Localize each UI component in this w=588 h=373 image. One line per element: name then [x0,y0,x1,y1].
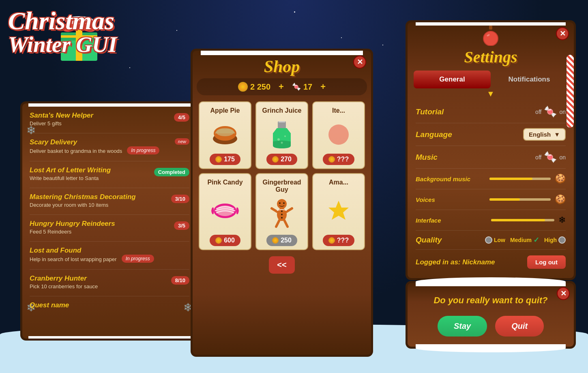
shop-item-pink-candy[interactable]: Pink Candy 600 [199,173,251,250]
shop-item-gingerbread-guy[interactable]: Gingerbread Guy [255,173,308,250]
settings-label-voices: Voices [416,196,485,203]
title-winter: Winter GUI [8,33,117,56]
music-on-label: on [559,154,566,161]
voices-slider-track[interactable] [489,198,551,201]
svg-point-13 [277,138,280,141]
settings-close-button[interactable]: ✕ [556,27,569,40]
shop-item-image [270,119,294,150]
svg-point-14 [284,135,286,137]
quest-item-cranberry-hunter[interactable]: Cranberry Hunter Pick 10 cranberries for… [30,274,189,289]
settings-tabs: General Notifications [408,66,574,92]
shop-coins-value: 2 250 [250,82,270,92]
stay-button[interactable]: Stay [438,316,487,337]
svg-point-15 [281,142,283,144]
settings-row-tutorial: Tutorial off 🍬 on [416,101,566,123]
quest-item-lost-art[interactable]: Lost Art of Letter Writing Write beautif… [30,166,189,181]
quest-desc: Deliver basket to grandma in the woods [30,148,122,154]
quit-dialog-buttons: Stay Quit [420,316,562,337]
settings-label-music: Music [416,153,535,162]
quest-badge: 8/10 [171,276,189,285]
quest-title: Cranberry Hunter [30,274,189,283]
shop-item-price: 175 [210,154,240,165]
interface-slider-track[interactable] [491,219,554,221]
background-music-slider-container [485,178,555,180]
shop-nav-back-button[interactable]: << [269,256,294,274]
shop-item-apple-pie[interactable]: Apple Pie 175 [199,101,251,169]
shop-item-image [326,191,351,231]
quest-item-hungry-reindeers[interactable]: Hungry Hungry Reindeers Feed 5 Reindeers… [30,220,189,235]
add-candy-button[interactable]: + [320,81,326,92]
shop-panel: ✕ Shop 2 250 + 🍬 17 + Apple Pie [191,49,373,357]
quit-dialog-close-button[interactable]: ✕ [557,287,570,300]
quit-button[interactable]: Quit [495,316,544,337]
settings-row-logout: Logged in as: Nickname Log out [416,250,566,272]
title-christmas: Christmas [8,8,117,33]
music-toggle-group: off 🍬 on [535,151,566,163]
background-music-slider-track[interactable] [489,178,551,180]
settings-label-interface: Interface [416,217,487,224]
shop-close-button[interactable]: ✕ [353,56,366,69]
shop-item-price: 600 [210,235,240,246]
quest-item-santas-new-helper[interactable]: Santa's New Helper Deliver 5 gifts 4/5 [30,111,189,126]
settings-label-quality: Quality [416,236,485,244]
shop-item-name: Grinch Juice [262,107,302,114]
svg-line-22 [272,208,277,212]
settings-title: Settings [408,47,574,66]
music-off-label: off [535,154,541,161]
quality-medium[interactable]: Medium ✓ [510,236,539,244]
quest-item-scary-delivery[interactable]: new Scary Delivery Deliver basket to gra… [30,138,189,154]
settings-ornament-area [408,22,574,47]
shop-item-name: Ite... [332,107,345,114]
quest-title: Mastering Christmas Decorating [30,193,189,201]
quality-high[interactable]: High [544,236,566,244]
quest-item-mastering-decorating[interactable]: Mastering Christmas Decorating Decorate … [30,193,189,208]
quest-title: Santa's New Helper [30,111,189,120]
shop-item-amazing[interactable]: Ama... ??? [312,173,365,250]
checkmark-icon: ✓ [533,236,539,244]
tab-notifications[interactable]: Notifications [491,71,568,88]
quality-low-radio[interactable] [485,236,492,244]
svg-marker-31 [328,201,349,220]
svg-point-10 [216,128,234,136]
quest-badge: 4/5 [174,113,189,122]
settings-label-language: Language [416,130,523,139]
quest-item-quest-name[interactable]: Quest name [30,301,189,309]
music-toggle[interactable]: 🍬 [544,151,557,163]
svg-point-30 [281,217,283,219]
shop-title: Shop [193,51,371,78]
shop-item-name: Apple Pie [210,107,240,114]
logged-in-label: Logged in as: Nickname [416,258,527,266]
tab-general[interactable]: General [414,71,491,88]
candy-icon: 🍬 [292,82,301,91]
quest-title: Hungry Hungry Reindeers [30,220,189,228]
quest-desc: Write beautifull letter to Santa [30,175,99,181]
add-coins-button[interactable]: + [279,81,284,92]
quest-item-lost-and-found[interactable]: Lost and Found Help in search of lost wr… [30,247,189,263]
svg-line-24 [276,220,279,227]
price-coin-icon [272,237,279,244]
tutorial-toggle[interactable]: 🍬 [544,105,557,118]
price-coin-icon [215,156,222,163]
logout-button[interactable]: Log out [527,255,566,269]
language-dropdown[interactable]: English ▼ [523,128,566,141]
quest-title: Scary Delivery [30,138,189,146]
quality-low[interactable]: Low [485,236,505,244]
shop-currency-bar: 2 250 + 🍬 17 + [197,78,367,95]
shop-candy-display: 🍬 17 [292,82,312,92]
settings-label-background-music: Background music [416,176,485,182]
shop-item-grinch-juice[interactable]: Grinch Juice 270 [255,101,308,169]
quality-low-label: Low [494,237,505,243]
candy-cane-decoration [567,55,574,128]
settings-label-tutorial: Tutorial [416,107,535,116]
shop-item-price: ??? [323,154,354,165]
voices-gingerbread-icon: 🍪 [555,194,566,205]
quest-title: Quest name [30,301,189,309]
gingerbread-icon: 🍪 [555,174,566,184]
quest-desc: Deliver 5 gifts [30,120,189,126]
shop-item-3[interactable]: Ite... ??? [312,101,365,169]
quest-desc: Feed 5 Reindeers [30,229,71,235]
quality-high-radio[interactable] [558,236,566,244]
shop-item-image [326,119,351,150]
quest-desc: Pick 10 cranberries for sauce [30,283,98,289]
shop-item-name: Ama... [329,179,348,186]
